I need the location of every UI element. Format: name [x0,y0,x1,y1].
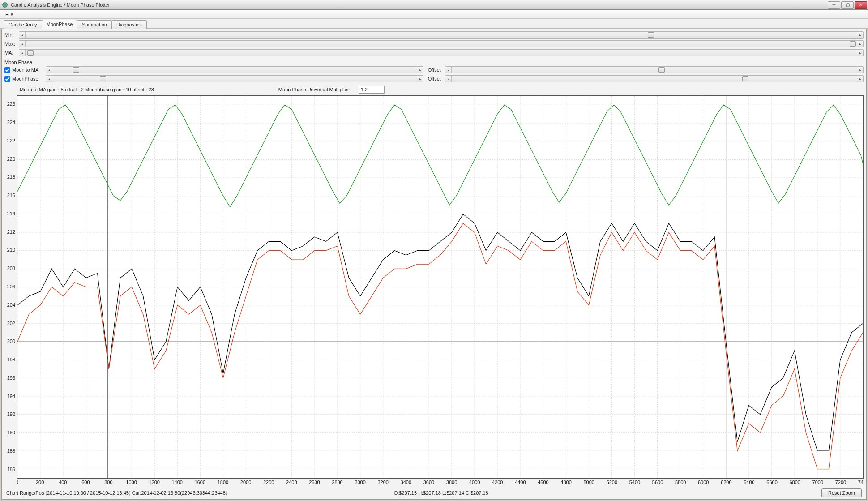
tab-diagnostics[interactable]: Diagnostics [111,20,147,29]
menubar: File [0,10,868,19]
tab-strip: Candle Array MoonPhase Summation Diagnos… [0,19,868,29]
app-icon [2,2,8,8]
menu-file[interactable]: File [3,11,16,18]
minimize-button[interactable]: ─ [828,1,840,9]
close-button[interactable]: ✕ [855,1,867,9]
window-title: Candle Analysis Engine / Moon Phase Plot… [11,2,110,8]
tab-moonphase[interactable]: MoonPhase [42,20,78,29]
maximize-button[interactable]: ▢ [841,1,854,9]
window-titlebar: Candle Analysis Engine / Moon Phase Plot… [0,0,868,10]
tab-candle-array[interactable]: Candle Array [4,20,42,29]
svg-point-0 [3,2,8,7]
tab-summation[interactable]: Summation [77,20,112,29]
